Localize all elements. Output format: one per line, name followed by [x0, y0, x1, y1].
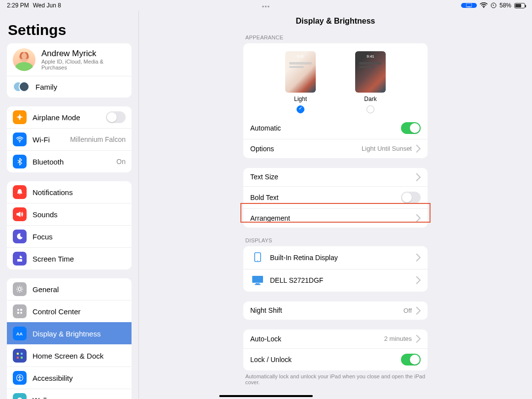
bluetooth-label: Bluetooth — [33, 158, 116, 166]
appearance-light-option[interactable]: 9:41 Light — [285, 51, 316, 113]
chevron-right-icon — [416, 306, 421, 315]
lock-unlock-label: Lock / Unlock — [250, 356, 401, 364]
airplane-toggle[interactable] — [106, 111, 126, 123]
svg-point-19 — [19, 376, 21, 377]
builtin-display-row[interactable]: Built-In Retina Display — [243, 246, 428, 269]
wifi-row[interactable]: Wi-Fi Millennium Falcon — [7, 128, 132, 150]
sounds-row[interactable]: Sounds — [7, 203, 132, 225]
notifications-row[interactable]: Notifications — [7, 181, 132, 203]
home-indicator[interactable] — [219, 395, 313, 397]
general-label: General — [33, 285, 126, 294]
chevron-right-icon — [416, 214, 421, 223]
options-value: Light Until Sunset — [362, 145, 412, 152]
profile-name: Andrew Myrick — [41, 49, 126, 59]
display-brightness-row[interactable]: AA Display & Brightness — [7, 322, 132, 344]
lock-unlock-row[interactable]: Lock / Unlock — [243, 348, 428, 370]
bluetooth-value: On — [116, 158, 126, 166]
builtin-label: Built-In Retina Display — [270, 254, 412, 262]
lock-footer: Automatically lock and unlock your iPad … — [243, 370, 428, 385]
svg-point-5 — [15, 62, 33, 71]
profile-sub: Apple ID, iCloud, Media & Purchases — [41, 59, 126, 70]
svg-rect-10 — [20, 309, 22, 311]
appearance-dark-option[interactable]: 9:41 Dark — [355, 51, 386, 113]
screen-time-row[interactable]: Screen Time — [7, 247, 132, 269]
wifi-value: Millennium Falcon — [70, 135, 126, 143]
accessibility-row[interactable]: Accessibility — [7, 366, 132, 389]
family-row[interactable]: Family — [7, 76, 132, 98]
dark-radio[interactable] — [366, 105, 374, 113]
arrangement-row[interactable]: Arrangement — [243, 208, 428, 228]
svg-rect-1 — [467, 7, 470, 7]
focus-icon — [13, 230, 27, 243]
text-size-row[interactable]: Text Size — [243, 168, 428, 187]
home-screen-icon — [13, 349, 27, 363]
screen-time-label: Screen Time — [33, 255, 126, 263]
control-center-icon — [13, 304, 27, 318]
svg-rect-11 — [17, 312, 19, 314]
svg-rect-17 — [21, 357, 23, 359]
svg-rect-15 — [21, 353, 23, 355]
appearance-header: APPEARANCE — [243, 34, 428, 43]
svg-point-9 — [17, 309, 19, 311]
airplane-mode-row[interactable]: Airplane Mode — [7, 106, 132, 128]
accessibility-icon — [13, 371, 27, 385]
general-row[interactable]: General — [7, 278, 132, 300]
wallpaper-row[interactable]: Wallpaper — [7, 389, 132, 399]
bold-text-toggle[interactable] — [401, 192, 421, 203]
external-display-row[interactable]: DELL S2721DGF — [243, 269, 428, 292]
svg-point-6 — [19, 141, 20, 142]
control-center-label: Control Center — [33, 307, 126, 316]
family-label: Family — [35, 83, 126, 91]
lock-unlock-toggle[interactable] — [401, 354, 421, 366]
status-bar: 2:29 PM Wed Jun 8 ••• 58% — [0, 0, 532, 11]
text-size-label: Text Size — [250, 173, 412, 181]
external-label: DELL S2721DGF — [270, 276, 412, 284]
sounds-icon — [13, 207, 27, 221]
wallpaper-label: Wallpaper — [33, 396, 126, 399]
displays-header: DISPLAYS — [243, 237, 428, 246]
home-screen-row[interactable]: Home Screen & Dock — [7, 344, 132, 366]
control-center-row[interactable]: Control Center — [7, 300, 132, 322]
airplane-label: Airplane Mode — [33, 113, 106, 122]
chevron-right-icon — [416, 276, 421, 285]
display-label: Display & Brightness — [33, 330, 126, 338]
notifications-label: Notifications — [33, 188, 126, 197]
user-avatar — [13, 48, 35, 71]
status-date: Wed Jun 8 — [33, 2, 61, 9]
light-thumbnail: 9:41 — [285, 51, 316, 93]
apple-id-row[interactable]: Andrew Myrick Apple ID, iCloud, Media & … — [7, 43, 132, 76]
family-avatars-icon — [13, 81, 30, 93]
dark-thumbnail: 9:41 — [355, 51, 386, 93]
chevron-right-icon — [416, 173, 421, 182]
options-row[interactable]: Options Light Until Sunset — [243, 139, 428, 158]
svg-rect-7 — [17, 259, 22, 262]
light-label: Light — [294, 96, 307, 102]
settings-sidebar: Settings Andrew Myrick Apple ID, iCloud,… — [0, 11, 139, 399]
svg-rect-16 — [17, 357, 19, 359]
bold-text-row[interactable]: Bold Text — [243, 186, 428, 208]
bluetooth-row[interactable]: Bluetooth On — [7, 150, 132, 172]
notifications-icon — [13, 185, 27, 199]
display-icon: AA — [13, 327, 27, 340]
settings-title: Settings — [8, 22, 131, 38]
ipad-icon — [250, 252, 265, 264]
night-shift-value: Off — [403, 307, 412, 314]
svg-point-27 — [257, 260, 258, 261]
battery-pct: 58% — [499, 2, 511, 9]
night-shift-row[interactable]: Night Shift Off — [243, 301, 428, 320]
automatic-row[interactable]: Automatic — [243, 117, 428, 139]
window-controls-icon[interactable]: ••• — [262, 3, 270, 10]
focus-row[interactable]: Focus — [7, 225, 132, 247]
wifi-settings-icon — [13, 133, 27, 146]
light-radio[interactable] — [297, 105, 304, 113]
auto-lock-row[interactable]: Auto-Lock 2 minutes — [243, 330, 428, 348]
monitor-icon — [250, 274, 265, 286]
automatic-label: Automatic — [250, 124, 401, 132]
wifi-label: Wi-Fi — [33, 135, 70, 144]
main-title: Display & Brightness — [139, 11, 532, 34]
svg-rect-28 — [252, 276, 263, 283]
svg-point-12 — [20, 312, 22, 314]
automatic-toggle[interactable] — [401, 122, 421, 134]
svg-rect-0 — [466, 3, 472, 7]
screen-mirroring-pill[interactable] — [461, 3, 477, 8]
